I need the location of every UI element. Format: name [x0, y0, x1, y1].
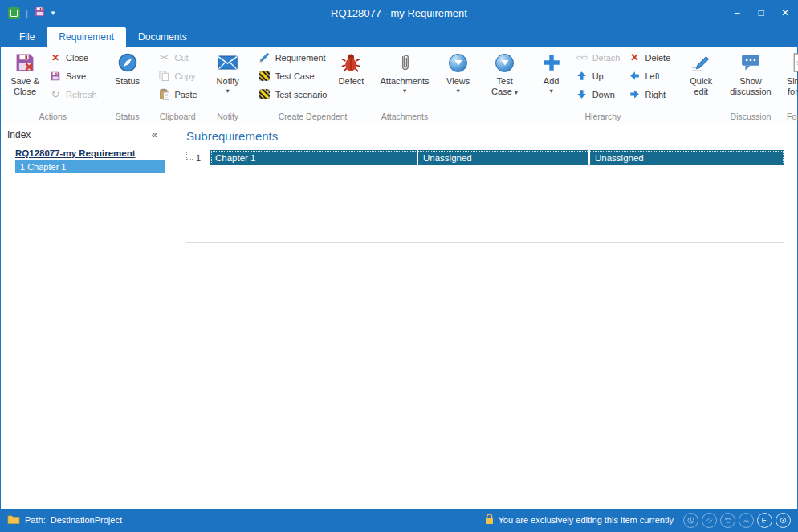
sidebar-title: Index	[7, 129, 31, 140]
group-label-notify: Notify	[208, 111, 248, 124]
create-test-scenario-button[interactable]: Test scenario	[254, 85, 332, 104]
test-case-sphere-icon	[495, 51, 514, 75]
copy-button: Copy	[154, 67, 202, 85]
quick-edit-button[interactable]: Quick edit	[681, 48, 721, 96]
ribbon-group-status: Status Status	[105, 47, 150, 124]
qat-save-icon[interactable]	[34, 6, 46, 21]
subrequirement-row-selected[interactable]: Chapter 1 Unassigned Unassigned	[210, 150, 784, 165]
create-test-case-label: Test Case	[275, 71, 315, 81]
ribbon-group-views: Views ▾	[436, 47, 481, 124]
quick-edit-pencil-icon	[690, 51, 711, 75]
views-label: Views	[446, 76, 470, 87]
create-requirement-button[interactable]: Requirement	[254, 48, 332, 67]
cell-assignment-1[interactable]: Unassigned	[417, 150, 588, 165]
ribbon-group-create-dependent: Requirement Test Case Test scenario	[252, 47, 374, 124]
close-window-button[interactable]: ✕	[773, 1, 797, 25]
delete-label: Delete	[645, 53, 670, 63]
app-icon[interactable]	[8, 7, 20, 19]
tab-requirement[interactable]: Requirement	[47, 27, 126, 47]
cell-chapter-name[interactable]: Chapter 1	[210, 153, 417, 163]
create-test-case-button[interactable]: Test Case	[254, 67, 332, 85]
ribbon-group-hierarchy: Add ▾ Detach Up	[529, 47, 678, 124]
show-discussion-button[interactable]: Show discussion	[727, 48, 773, 96]
sidebar-header: Index «	[1, 124, 165, 143]
path-value[interactable]: DestinationProject	[51, 515, 122, 525]
status-icon	[118, 51, 137, 75]
ribbon-group-test-case: Test Case ▾	[482, 47, 527, 124]
detach-label: Detach	[592, 53, 621, 63]
content-area: Index « RQ128077-my Requirement 1 Chapte…	[1, 124, 797, 509]
attachments-dropdown-icon: ▾	[403, 87, 406, 95]
group-label-clipboard: Clipboard	[154, 111, 202, 124]
test-case-button[interactable]: Test Case ▾	[485, 48, 525, 96]
notify-dropdown-icon: ▾	[226, 87, 230, 95]
maximize-button[interactable]: □	[749, 1, 773, 25]
close-icon: ✕	[49, 52, 62, 63]
document-icon	[792, 51, 798, 75]
save-close-button[interactable]: Save & Close	[5, 48, 45, 96]
quick-access-toolbar: | ▾	[1, 6, 55, 21]
notify-button[interactable]: Notify ▾	[208, 48, 248, 94]
tree-item-chapter-1[interactable]: 1 Chapter 1	[15, 160, 165, 173]
statusbar-signature-icon[interactable]	[739, 513, 754, 528]
statusbar-link-icon[interactable]	[702, 513, 717, 528]
paste-button[interactable]: Paste	[154, 85, 202, 104]
save-button[interactable]: Save	[45, 67, 101, 85]
ribbon: Save & Close ✕ Close Save ↻	[1, 47, 797, 124]
status-button[interactable]: Status	[108, 48, 148, 87]
down-arrow-icon	[576, 89, 588, 99]
simple-format-button[interactable]: Simple format	[780, 48, 798, 96]
delete-icon: ✕	[628, 51, 641, 63]
attachments-button[interactable]: Attachments ▾	[377, 48, 431, 94]
detach-icon	[576, 53, 588, 63]
tab-documents[interactable]: Documents	[126, 27, 199, 47]
add-button[interactable]: Add ▾	[531, 48, 572, 94]
up-button[interactable]: Up	[572, 67, 625, 85]
create-defect-button[interactable]: Defect	[331, 48, 371, 87]
statusbar-editing-message: You are exclusively editing this item cu…	[485, 514, 674, 526]
left-button[interactable]: Left	[624, 67, 674, 85]
tree-item-requirement-root[interactable]: RQ128077-my Requirement	[12, 147, 165, 160]
left-arrow-icon	[628, 71, 641, 81]
close-button[interactable]: ✕ Close	[45, 48, 101, 67]
create-test-scenario-label: Test scenario	[275, 90, 328, 99]
minimize-button[interactable]: –	[725, 1, 749, 25]
down-button[interactable]: Down	[572, 85, 625, 104]
discussion-bubble-icon	[741, 51, 760, 75]
paste-label: Paste	[175, 90, 197, 99]
refresh-label: Refresh	[66, 90, 97, 99]
copy-icon	[158, 71, 171, 81]
statusbar-undo-icon[interactable]	[720, 513, 735, 528]
test-case-icon	[259, 71, 271, 81]
ribbon-group-quick-edit: Quick edit	[678, 47, 723, 124]
tree-branch-icon	[186, 152, 193, 160]
ribbon-group-attachments: Attachments ▾ Attachments	[375, 47, 434, 124]
up-arrow-icon	[576, 71, 588, 81]
notify-envelope-icon	[218, 51, 238, 75]
statusbar-history-icon[interactable]	[683, 513, 698, 528]
subrequirement-rowline: 1 Chapter 1 Unassigned Unassigned	[186, 150, 784, 165]
statusbar-hierarchy-icon[interactable]	[757, 513, 772, 528]
left-label: Left	[645, 71, 659, 81]
views-button[interactable]: Views ▾	[438, 48, 478, 94]
save-close-label: Save & Close	[7, 76, 43, 96]
group-label-format: Format	[780, 111, 798, 124]
statusbar-target-icon[interactable]	[776, 513, 791, 528]
cell-assignment-2[interactable]: Unassigned	[588, 150, 784, 165]
group-label-create-dependent: Create Dependent	[254, 111, 372, 124]
index-sidebar: Index « RQ128077-my Requirement 1 Chapte…	[1, 124, 165, 509]
save-close-icon	[14, 51, 35, 75]
tab-file[interactable]: File	[7, 27, 47, 47]
qat-dropdown-icon[interactable]: ▾	[51, 9, 55, 17]
right-button[interactable]: Right	[624, 85, 674, 104]
right-label: Right	[645, 90, 666, 99]
row-index: 1	[186, 152, 210, 164]
delete-button[interactable]: ✕ Delete	[624, 48, 674, 67]
copy-label: Copy	[175, 71, 196, 81]
detach-button: Detach	[572, 48, 625, 67]
group-label-views	[438, 120, 478, 124]
collapse-sidebar-icon[interactable]: «	[152, 128, 157, 140]
requirement-icon	[259, 52, 271, 63]
down-label: Down	[592, 90, 615, 99]
group-label-discussion: Discussion	[727, 111, 773, 124]
